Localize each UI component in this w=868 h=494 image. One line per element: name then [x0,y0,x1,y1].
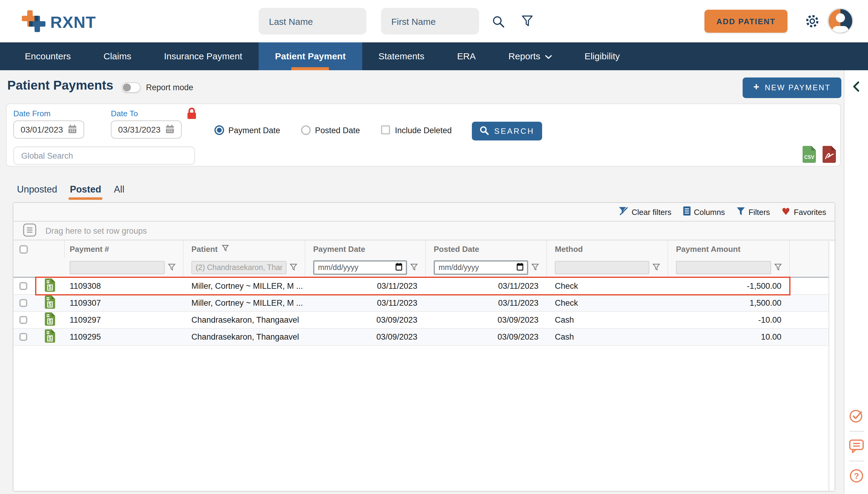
grid-filter-row: mm/dd/yyyy mm/dd/yyyy [13,258,835,278]
receipt-dollar-icon: $ [45,279,55,293]
add-patient-button[interactable]: ADD PATIENT [704,10,788,33]
nav-encounters[interactable]: Encounters [8,42,87,70]
tasks-check-circle-icon[interactable] [849,408,864,425]
svg-text:CSV: CSV [805,155,814,160]
column-header-payment-date[interactable]: Payment Date [305,240,426,258]
posted-date-filter-funnel-icon[interactable] [528,263,541,271]
toggle-knob [123,83,131,91]
rxnt-logo[interactable]: RXNT [22,10,96,35]
global-search-input[interactable] [13,147,195,165]
rail-divider [849,431,864,432]
new-payment-button[interactable]: + NEW PAYMENT [743,77,841,98]
filters-button[interactable]: Filters [737,207,770,217]
favorites-button[interactable]: ♥ Favorites [781,207,826,217]
filter-panel: Date From Date To 03/01/2023 03/31/2023 … [6,103,841,167]
content-area: Patient Payments Report mode + NEW PAYME… [0,70,844,494]
column-header-method[interactable]: Method [547,240,668,258]
tab-posted[interactable]: Posted [70,184,101,200]
tab-all[interactable]: All [114,184,124,200]
clear-filters-button[interactable]: Clear filters [618,206,672,217]
method-filter-input[interactable] [555,261,649,274]
filter-cell-amount [668,258,790,277]
row-checkbox[interactable] [19,333,27,341]
icon-column-header [35,240,65,258]
patient-payments-app: RXNT ADD PATIENT Encounters Claims Insur… [0,0,868,494]
rxnt-logo-icon [22,10,46,35]
last-name-input[interactable] [259,8,367,35]
patient-filter-input[interactable] [191,261,287,274]
filter-cell-posted-date: mm/dd/yyyy [426,258,547,277]
date-to-input[interactable]: 03/31/2023 [111,120,182,139]
method-filter-funnel-icon[interactable] [649,263,663,271]
active-filter-funnel-icon [222,245,229,254]
date-from-input[interactable]: 03/01/2023 [13,120,84,139]
lock-icon[interactable] [187,107,197,122]
svg-text:$: $ [49,302,52,307]
amount-filter-funnel-icon[interactable] [771,263,784,271]
calendar-icon [165,124,174,135]
patient-filter-funnel-icon[interactable] [287,263,300,271]
nav-claims[interactable]: Claims [87,42,148,70]
column-header-amount[interactable]: Payment Amount [668,240,790,258]
report-mode-toggle[interactable] [122,82,141,93]
export-csv-icon[interactable]: CSV [802,146,816,165]
chat-bubble-icon[interactable] [849,439,864,456]
posted-date-radio[interactable] [301,125,311,135]
payment-date-radio[interactable] [215,125,224,135]
receipt-dollar-icon: $ [45,296,55,310]
filter-cell-payment-date: mm/dd/yyyy [305,258,426,277]
posted-date-radio-label: Posted Date [315,126,360,135]
grid-vertical-scrollbar[interactable] [829,242,835,491]
help-question-icon[interactable]: ? [849,468,864,486]
date-to-label: Date To [111,109,138,118]
user-avatar[interactable] [827,8,853,34]
export-pdf-icon[interactable] [823,146,836,165]
tab-unposted[interactable]: Unposted [17,184,57,200]
columns-button[interactable]: Columns [683,206,725,217]
include-deleted-label: Include Deleted [395,126,452,135]
receipt-dollar-icon: $ [45,329,55,344]
search-icon [480,126,489,136]
first-name-input[interactable] [381,8,479,35]
include-deleted-checkbox[interactable] [381,125,390,134]
row-checkbox[interactable] [19,282,27,290]
filter-cell-patient [184,258,305,277]
nav-insurance-payment[interactable]: Insurance Payment [147,42,259,70]
payment-date-filter-funnel-icon[interactable] [407,263,420,271]
nav-era[interactable]: ERA [441,42,492,70]
select-all-checkbox[interactable] [19,245,28,253]
chevron-down-icon [545,42,552,70]
table-row-1109308[interactable]: $ 1109308 Miller, Cortney ~ MILLER, M ..… [13,278,829,295]
column-header-posted-date[interactable]: Posted Date [426,240,547,258]
nav-statements[interactable]: Statements [362,42,441,70]
row-checkbox[interactable] [19,316,27,324]
nav-reports[interactable]: Reports [492,42,568,70]
amount-filter-input[interactable] [676,261,771,274]
posted-date-filter-input[interactable]: mm/dd/yyyy [434,260,528,274]
collapse-panel-chevron-left-icon[interactable] [852,81,860,94]
calendar-icon [68,124,77,135]
column-header-payment-no[interactable]: Payment # [65,240,184,258]
nav-patient-payment[interactable]: Patient Payment [259,42,362,70]
table-row-1109295[interactable]: $ 1109295 Chandrasekaron, Thangaavel 03/… [13,329,829,346]
columns-icon [683,206,690,217]
search-button[interactable]: SEARCH [472,122,542,140]
plus-icon: + [753,81,759,93]
payment-no-filter-input[interactable] [70,261,165,274]
row-checkbox[interactable] [19,299,27,307]
table-row-1109297[interactable]: $ 1109297 Chandrasekaron, Thangaavel 03/… [13,312,829,329]
row-group-dropzone[interactable]: Drag here to set row groups [13,222,835,240]
svg-text:$: $ [49,285,52,290]
settings-gear-icon[interactable] [805,13,820,31]
payment-date-filter-input[interactable]: mm/dd/yyyy [313,260,407,274]
patient-filter-icon[interactable] [521,15,533,29]
nav-eligibility[interactable]: Eligibility [568,42,636,70]
payment-no-filter-funnel-icon[interactable] [165,263,178,271]
date-picker-icon [395,263,402,272]
table-row-1109307[interactable]: $ 1109307 Miller, Cortney ~ MILLER, M ..… [13,295,829,312]
svg-text:$: $ [49,319,52,324]
funnel-icon [737,207,745,217]
column-header-patient[interactable]: Patient [184,240,305,258]
patient-search-icon[interactable] [492,15,505,30]
rail-divider [849,461,864,461]
